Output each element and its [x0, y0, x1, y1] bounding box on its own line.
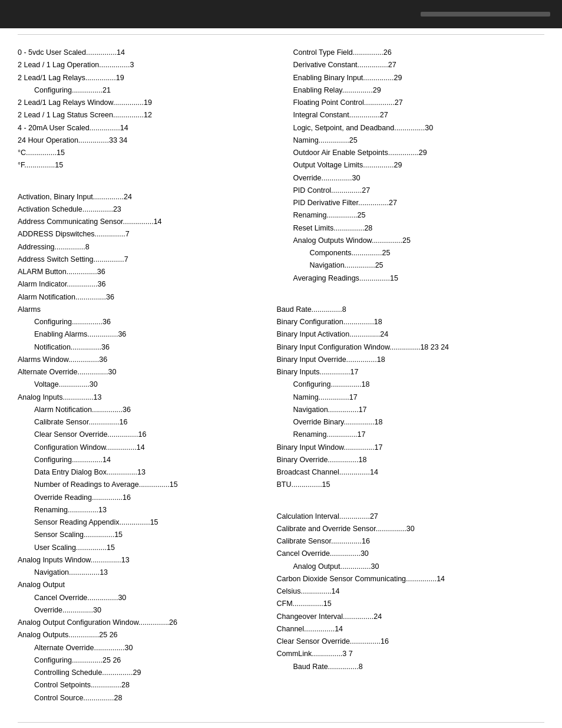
- index-entry: Activation, Binary Input...............2…: [18, 191, 265, 203]
- index-entry: Broadcast Channel...............14: [277, 466, 544, 479]
- index-entry: Override...............30: [277, 172, 544, 185]
- spacer: [18, 182, 265, 191]
- index-entry: Activation Schedule...............23: [18, 203, 265, 216]
- index-entry: Logic, Setpoint, and Deadband...........…: [277, 122, 544, 134]
- index-entry: Configuration Window...............14: [18, 442, 265, 454]
- index-entry: Carbon Dioxide Sensor Communicating.....…: [277, 573, 544, 585]
- index-entry: Alternate Override...............30: [18, 642, 265, 654]
- index-entry: 0 - 5vdc User Scaled...............14: [18, 47, 265, 59]
- right-top-section: Control Type Field...............26Deriv…: [277, 47, 544, 285]
- index-entry: Number of Readings to Average...........…: [18, 479, 265, 491]
- index-entry: 2 Lead / 1 Lag Operation...............3: [18, 59, 265, 71]
- index-entry: Changeover Interval...............24: [277, 611, 544, 623]
- spacer: [277, 492, 544, 501]
- index-entry: Enabling Alarms...............36: [18, 328, 265, 341]
- index-entry: CommLink...............3 7: [277, 648, 544, 660]
- index-entry: Binary Input Override...............18: [277, 354, 544, 366]
- index-entry: Sensor Scaling...............15: [18, 529, 265, 541]
- index-entry: Alarms: [18, 304, 265, 316]
- index-entry: Binary Input Activation...............24: [277, 328, 544, 341]
- index-entry: ALARM Button...............36: [18, 266, 265, 278]
- index-entry: Sensor Reading Appendix...............15: [18, 516, 265, 529]
- spacer: [277, 285, 544, 294]
- index-entry: Override Binary...............18: [277, 416, 544, 429]
- index-entry: Data Entry Dialog Box...............13: [18, 466, 265, 479]
- index-entry: Binary Inputs...............17: [277, 366, 544, 378]
- index-entry: CFM...............15: [277, 598, 544, 610]
- content-area: 0 - 5vdc User Scaled...............142 L…: [0, 41, 562, 716]
- index-entry: Output Voltage Limits...............29: [277, 159, 544, 172]
- index-entry: Control Type Field...............26: [277, 47, 544, 59]
- index-entry: Baud Rate...............8: [277, 661, 544, 673]
- index-entry: Control Setpoints...............28: [18, 679, 265, 691]
- index-entry: Calibrate Sensor...............16: [277, 535, 544, 548]
- index-entry: Naming...............17: [277, 391, 544, 404]
- index-entry: Configuring...............25 26: [18, 654, 265, 667]
- index-entry: °F...............15: [18, 159, 265, 172]
- index-entry: Clear Sensor Override...............16: [18, 429, 265, 441]
- index-entry: Analog Output...............30: [277, 561, 544, 573]
- top-divider: [18, 34, 544, 35]
- index-entry: Addressing...............8: [18, 241, 265, 253]
- index-entry: Configuring...............18: [277, 378, 544, 391]
- index-entry: Celsius...............14: [277, 585, 544, 598]
- index-entry: Override Reading...............16: [18, 492, 265, 504]
- right-column: Control Type Field...............26Deriv…: [277, 47, 544, 704]
- index-entry: Cancel Override...............30: [277, 548, 544, 560]
- index-entry: Analog Output Configuration Window......…: [18, 617, 265, 629]
- index-entry: Control Source...............28: [18, 692, 265, 704]
- index-entry: Clear Sensor Override...............16: [277, 635, 544, 648]
- index-entry: 2 Lead/1 Lag Relays...............19: [18, 72, 265, 84]
- index-entry: Reset Limits...............28: [277, 222, 544, 235]
- index-entry: Naming...............25: [277, 134, 544, 147]
- index-entry: Binary Input Configuration Window.......…: [277, 341, 544, 354]
- index-entry: Analog Output: [18, 579, 265, 591]
- index-entry: BTU...............15: [277, 479, 544, 491]
- bottom-divider: [18, 722, 544, 723]
- index-entry: Alarm Notification...............36: [18, 404, 265, 416]
- index-entry: 24 Hour Operation...............33 34: [18, 134, 265, 147]
- index-entry: Navigation...............25: [277, 259, 544, 272]
- index-entry: 4 - 20mA User Scaled...............14: [18, 122, 265, 134]
- index-entry: °C...............15: [18, 147, 265, 159]
- index-entry: Binary Configuration...............18: [277, 316, 544, 328]
- index-entry: Renaming...............25: [277, 209, 544, 222]
- index-entry: Averaging Readings...............15: [277, 272, 544, 285]
- index-entry: User Scaling...............15: [18, 542, 265, 554]
- index-entry: Override...............30: [18, 604, 265, 617]
- index-entry: Controlling Schedule...............29: [18, 667, 265, 679]
- index-entry: Calculation Interval...............27: [277, 510, 544, 523]
- index-entry: Voltage...............30: [18, 378, 265, 391]
- index-entry: 2 Lead/1 Lag Relays Window..............…: [18, 97, 265, 109]
- index-entry: 2 Lead / 1 Lag Status Screen............…: [18, 109, 265, 121]
- left-column: 0 - 5vdc User Scaled...............142 L…: [18, 47, 265, 704]
- index-entry: Baud Rate...............8: [277, 304, 544, 316]
- index-entry: PID Control...............27: [277, 185, 544, 197]
- index-entry: Configuring...............36: [18, 316, 265, 328]
- index-entry: Outdoor Air Enable Setpoints............…: [277, 147, 544, 159]
- header-bar: [421, 12, 550, 17]
- index-entry: Channel...............14: [277, 623, 544, 635]
- spacer: [277, 501, 544, 510]
- spacer: [277, 294, 544, 304]
- index-entry: Components...............25: [277, 247, 544, 259]
- index-entry: Integral Constant...............27: [277, 109, 544, 121]
- index-entry: Floating Point Control...............27: [277, 97, 544, 109]
- index-entry: Alarms Window...............36: [18, 354, 265, 366]
- index-entry: Navigation...............17: [277, 404, 544, 416]
- index-entry: Cancel Override...............30: [18, 592, 265, 604]
- index-entry: Enabling Relay...............29: [277, 84, 544, 97]
- index-entry: Derivative Constant...............27: [277, 59, 544, 71]
- index-entry: Binary Override...............18: [277, 454, 544, 466]
- index-entry: ADDRESS Dipswitches...............7: [18, 228, 265, 241]
- index-entry: Renaming...............13: [18, 504, 265, 516]
- index-entry: Calibrate Sensor...............16: [18, 416, 265, 429]
- index-entry: Navigation...............13: [18, 566, 265, 579]
- index-entry: Enabling Binary Input...............29: [277, 72, 544, 84]
- index-entry: Calibrate and Override Sensor...........…: [277, 523, 544, 535]
- index-entry: PID Derivative Filter...............27: [277, 197, 544, 209]
- index-entry: Binary Input Window...............17: [277, 442, 544, 454]
- index-entry: Notification...............36: [18, 341, 265, 354]
- index-entry: Address Communicating Sensor............…: [18, 216, 265, 228]
- index-entry: Address Switch Setting...............7: [18, 253, 265, 266]
